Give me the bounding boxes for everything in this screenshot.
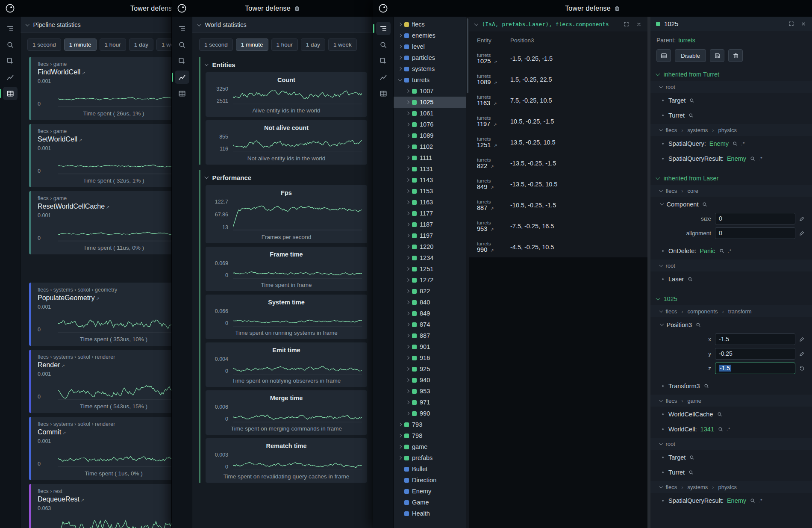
edit-pencil-icon[interactable] [799,216,805,221]
collapse-arrow-icon[interactable] [398,78,402,81]
tree-item-1131[interactable]: 1131 [394,163,466,174]
query-result-row[interactable]: turrets1197↗10.5, -0.25, -1.5 [469,111,647,132]
magnifier-icon[interactable] [719,248,724,254]
z-input[interactable]: -1.5 [715,363,795,374]
component-group-header[interactable]: root [650,260,812,271]
window-titlebar[interactable]: Tower defense [0,0,172,17]
tree-item-990[interactable]: 990 [394,408,466,419]
expand-arrow-icon[interactable] [406,256,409,260]
expand-arrow-icon[interactable] [406,100,409,104]
expand-arrow-icon[interactable] [398,34,402,37]
tree-item-1025[interactable]: 1025 [394,97,466,108]
component-group-header[interactable]: flecs›core [650,185,812,197]
edit-pencil-icon[interactable] [799,351,805,357]
close-icon[interactable] [799,20,808,28]
expand-arrow-icon[interactable] [406,201,409,204]
section-header[interactable]: Performance [200,170,369,185]
expand-icon[interactable] [622,20,630,29]
section-header[interactable]: Entities [200,57,369,72]
query-expr-icon[interactable]: .* [759,156,762,161]
time-range-button[interactable]: 1 week [156,38,172,51]
sidebar-tables-icon[interactable] [3,87,18,100]
query-result-row[interactable]: turrets887↗-10.5, -0.25, -1.5 [469,195,647,215]
sidebar-search-icon[interactable] [376,38,391,51]
expand-arrow-icon[interactable] [406,234,409,237]
tree-item-level[interactable]: level [394,41,466,52]
tree-item-822[interactable]: 822 [394,286,466,297]
entity-link[interactable]: 1163↗ [477,100,510,106]
component-row-Laser[interactable]: Laser [656,271,806,286]
tree-item-1272[interactable]: 1272 [394,274,466,286]
trash-icon[interactable] [294,6,300,12]
tree-item-1197[interactable]: 1197 [394,230,466,241]
time-range-button[interactable]: 1 day [129,38,153,51]
magnifier-icon[interactable] [717,412,722,417]
expand-arrow-icon[interactable] [406,312,409,315]
component-group-header[interactable]: root [650,438,812,450]
sidebar-inspect-icon[interactable] [175,54,189,68]
component-row-SpatialQueryResult[interactable]: SpatialQueryResult:Enemy.* [656,151,806,166]
tree-item-1102[interactable]: 1102 [394,141,466,152]
magnifier-icon[interactable] [718,427,723,432]
tree-item-925[interactable]: 925 [394,363,466,375]
tree-item-prefabs[interactable]: prefabs [394,452,466,463]
entity-link[interactable]: 953↗ [477,225,510,232]
entity-view-button[interactable] [656,49,671,62]
entity-link[interactable]: 990↗ [477,246,510,253]
query-dropdown-icon[interactable] [474,21,478,25]
tree-item-1143[interactable]: 1143 [394,174,466,186]
query-result-row[interactable]: turrets953↗-7.5, -0.25, 16.5 [469,215,647,236]
sidebar-stats-icon[interactable] [3,71,18,84]
component-group-header[interactable]: flecs›game [650,395,812,407]
query-result-row[interactable]: turrets822↗-13.5, -0.25, -1.5 [469,153,647,174]
tree-item-1177[interactable]: 1177 [394,208,466,219]
sidebar-stats-icon[interactable] [376,71,391,84]
entity-link[interactable]: 1089↗ [477,79,510,86]
trash-icon[interactable] [614,6,620,12]
component-row-Turret[interactable]: Turret [656,465,806,480]
tree-item-1061[interactable]: 1061 [394,108,466,119]
sidebar-tree-icon[interactable] [376,22,391,35]
sidebar-tree-icon[interactable] [3,22,18,35]
query-result-row[interactable]: turrets1025↗-1.5, -0.25, -1.5 [469,48,647,69]
disable-button[interactable]: Disable [675,49,706,62]
component-row-Target[interactable]: Target [656,450,806,465]
time-range-button[interactable]: 1 hour [271,38,298,51]
expand-arrow-icon[interactable] [406,167,409,171]
tree-item-1076[interactable]: 1076 [394,119,466,130]
delete-button[interactable] [728,49,743,62]
tree-item-1251[interactable]: 1251 [394,263,466,274]
expand-arrow-icon[interactable] [406,289,409,293]
tree-item-971[interactable]: 971 [394,397,466,408]
system-name-link[interactable]: PopulateGeometry↗ [38,294,172,302]
entity-link[interactable]: 887↗ [477,204,510,211]
expand-arrow-icon[interactable] [406,389,409,393]
expand-arrow-icon[interactable] [406,367,409,371]
revert-icon[interactable] [799,366,805,371]
alignment-input[interactable]: 0 [715,227,795,239]
time-range-button[interactable]: 1 week [328,38,357,51]
query-result-row[interactable]: turrets1163↗7.5, -0.25, 10.5 [469,90,647,111]
query-expr-icon[interactable]: .* [727,427,730,432]
expand-arrow-icon[interactable] [406,401,409,404]
tree-item-game[interactable]: game [394,441,466,452]
tree-item-940[interactable]: 940 [394,375,466,386]
tree-item-1187[interactable]: 1187 [394,219,466,230]
sidebar-search-icon[interactable] [3,38,18,51]
tree-item-953[interactable]: 953 [394,386,466,397]
expand-arrow-icon[interactable] [406,134,409,137]
magnifier-icon[interactable] [704,383,709,389]
expand-arrow-icon[interactable] [398,423,402,426]
system-name-link[interactable]: DequeueRest↗ [38,496,172,503]
component-row-OnDelete[interactable]: OnDelete:Panic.* [656,243,806,258]
tree-item-1089[interactable]: 1089 [394,130,466,141]
panel-header[interactable]: World statistics [192,17,373,33]
panel-resize-handle[interactable] [647,17,650,528]
edit-pencil-icon[interactable] [799,230,805,236]
tree-item-840[interactable]: 840 [394,297,466,308]
entity-link[interactable]: 822↗ [477,162,510,169]
sidebar-inspect-icon[interactable] [3,54,18,68]
tree-item-Enemy[interactable]: Enemy [394,486,466,497]
system-name-link[interactable]: SetWorldCell↗ [38,136,172,143]
entity-link[interactable]: 1197↗ [477,121,510,127]
